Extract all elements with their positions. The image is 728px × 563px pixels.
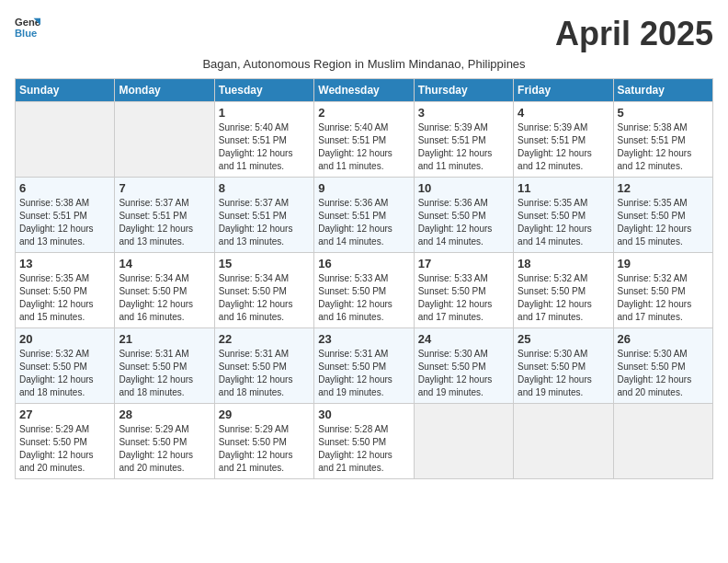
calendar-cell: 2Sunrise: 5:40 AM Sunset: 5:51 PM Daylig… [314, 102, 414, 178]
col-header-sunday: Sunday [16, 79, 115, 102]
calendar-cell: 4Sunrise: 5:39 AM Sunset: 5:51 PM Daylig… [514, 102, 613, 178]
calendar-cell: 27Sunrise: 5:29 AM Sunset: 5:50 PM Dayli… [16, 404, 115, 479]
header: General Blue April 2025 [15, 15, 713, 53]
calendar-cell: 24Sunrise: 5:30 AM Sunset: 5:50 PM Dayli… [414, 328, 513, 404]
col-header-tuesday: Tuesday [214, 79, 313, 102]
day-info: Sunrise: 5:35 AM Sunset: 5:50 PM Dayligh… [618, 197, 709, 248]
day-number: 7 [119, 181, 210, 195]
day-number: 16 [318, 257, 409, 270]
day-number: 30 [318, 408, 409, 421]
day-number: 6 [19, 181, 110, 195]
subtitle: Bagan, Autonomous Region in Muslim Minda… [15, 57, 713, 71]
col-header-thursday: Thursday [414, 79, 513, 102]
day-number: 8 [219, 181, 310, 195]
day-number: 13 [19, 257, 110, 270]
day-info: Sunrise: 5:40 AM Sunset: 5:51 PM Dayligh… [318, 121, 409, 173]
calendar-cell: 25Sunrise: 5:30 AM Sunset: 5:50 PM Dayli… [514, 328, 613, 404]
day-info: Sunrise: 5:36 AM Sunset: 5:51 PM Dayligh… [318, 197, 409, 248]
calendar-cell [16, 102, 115, 178]
day-number: 12 [618, 181, 709, 195]
calendar-cell: 12Sunrise: 5:35 AM Sunset: 5:50 PM Dayli… [613, 178, 712, 253]
day-info: Sunrise: 5:37 AM Sunset: 5:51 PM Dayligh… [119, 197, 210, 248]
day-info: Sunrise: 5:30 AM Sunset: 5:50 PM Dayligh… [418, 348, 509, 399]
calendar-cell: 10Sunrise: 5:36 AM Sunset: 5:50 PM Dayli… [414, 178, 513, 253]
day-number: 23 [318, 332, 409, 346]
col-header-saturday: Saturday [613, 79, 712, 102]
day-number: 14 [119, 257, 210, 270]
calendar-cell: 1Sunrise: 5:40 AM Sunset: 5:51 PM Daylig… [214, 102, 313, 178]
calendar-cell: 21Sunrise: 5:31 AM Sunset: 5:50 PM Dayli… [115, 328, 214, 404]
day-info: Sunrise: 5:29 AM Sunset: 5:50 PM Dayligh… [119, 423, 210, 475]
calendar-cell: 6Sunrise: 5:38 AM Sunset: 5:51 PM Daylig… [16, 178, 115, 253]
day-number: 28 [119, 408, 210, 421]
calendar-cell: 3Sunrise: 5:39 AM Sunset: 5:51 PM Daylig… [414, 102, 513, 178]
day-info: Sunrise: 5:38 AM Sunset: 5:51 PM Dayligh… [19, 197, 110, 248]
day-info: Sunrise: 5:33 AM Sunset: 5:50 PM Dayligh… [318, 272, 409, 324]
day-info: Sunrise: 5:31 AM Sunset: 5:50 PM Dayligh… [318, 348, 409, 399]
logo: General Blue [15, 15, 40, 40]
day-info: Sunrise: 5:34 AM Sunset: 5:50 PM Dayligh… [219, 272, 310, 324]
day-number: 24 [418, 332, 509, 346]
day-number: 1 [219, 106, 310, 120]
day-info: Sunrise: 5:32 AM Sunset: 5:50 PM Dayligh… [19, 348, 110, 399]
calendar-cell: 15Sunrise: 5:34 AM Sunset: 5:50 PM Dayli… [214, 253, 313, 328]
calendar-table: SundayMondayTuesdayWednesdayThursdayFrid… [15, 78, 713, 479]
calendar-cell [514, 404, 613, 479]
day-info: Sunrise: 5:29 AM Sunset: 5:50 PM Dayligh… [219, 423, 310, 475]
calendar-cell: 23Sunrise: 5:31 AM Sunset: 5:50 PM Dayli… [314, 328, 414, 404]
calendar-cell: 28Sunrise: 5:29 AM Sunset: 5:50 PM Dayli… [115, 404, 214, 479]
day-number: 10 [418, 181, 509, 195]
svg-text:Blue: Blue [15, 28, 37, 39]
day-info: Sunrise: 5:29 AM Sunset: 5:50 PM Dayligh… [19, 423, 110, 475]
day-info: Sunrise: 5:39 AM Sunset: 5:51 PM Dayligh… [418, 121, 509, 173]
col-header-wednesday: Wednesday [314, 79, 414, 102]
day-info: Sunrise: 5:30 AM Sunset: 5:50 PM Dayligh… [618, 348, 709, 399]
day-number: 9 [318, 181, 409, 195]
day-number: 2 [318, 106, 409, 120]
day-number: 3 [418, 106, 509, 120]
day-number: 4 [518, 106, 609, 120]
day-info: Sunrise: 5:37 AM Sunset: 5:51 PM Dayligh… [219, 197, 310, 248]
day-info: Sunrise: 5:34 AM Sunset: 5:50 PM Dayligh… [119, 272, 210, 324]
day-number: 21 [119, 332, 210, 346]
day-info: Sunrise: 5:35 AM Sunset: 5:50 PM Dayligh… [19, 272, 110, 324]
calendar-cell: 5Sunrise: 5:38 AM Sunset: 5:51 PM Daylig… [613, 102, 712, 178]
day-number: 22 [219, 332, 310, 346]
day-number: 15 [219, 257, 310, 270]
day-info: Sunrise: 5:39 AM Sunset: 5:51 PM Dayligh… [518, 121, 609, 173]
day-number: 11 [518, 181, 609, 195]
logo-icon: General Blue [15, 15, 40, 40]
day-number: 25 [518, 332, 609, 346]
day-number: 5 [618, 106, 709, 120]
calendar-cell: 19Sunrise: 5:32 AM Sunset: 5:50 PM Dayli… [613, 253, 712, 328]
day-number: 29 [219, 408, 310, 421]
calendar-cell: 14Sunrise: 5:34 AM Sunset: 5:50 PM Dayli… [115, 253, 214, 328]
calendar-cell: 7Sunrise: 5:37 AM Sunset: 5:51 PM Daylig… [115, 178, 214, 253]
day-info: Sunrise: 5:38 AM Sunset: 5:51 PM Dayligh… [618, 121, 709, 173]
day-info: Sunrise: 5:32 AM Sunset: 5:50 PM Dayligh… [618, 272, 709, 324]
calendar-cell: 16Sunrise: 5:33 AM Sunset: 5:50 PM Dayli… [314, 253, 414, 328]
day-info: Sunrise: 5:36 AM Sunset: 5:50 PM Dayligh… [418, 197, 509, 248]
calendar-cell: 22Sunrise: 5:31 AM Sunset: 5:50 PM Dayli… [214, 328, 313, 404]
calendar-cell: 8Sunrise: 5:37 AM Sunset: 5:51 PM Daylig… [214, 178, 313, 253]
day-info: Sunrise: 5:30 AM Sunset: 5:50 PM Dayligh… [518, 348, 609, 399]
calendar-cell: 11Sunrise: 5:35 AM Sunset: 5:50 PM Dayli… [514, 178, 613, 253]
day-info: Sunrise: 5:31 AM Sunset: 5:50 PM Dayligh… [119, 348, 210, 399]
calendar-cell [414, 404, 513, 479]
day-number: 18 [518, 257, 609, 270]
day-number: 17 [418, 257, 509, 270]
calendar-cell: 20Sunrise: 5:32 AM Sunset: 5:50 PM Dayli… [16, 328, 115, 404]
day-info: Sunrise: 5:32 AM Sunset: 5:50 PM Dayligh… [518, 272, 609, 324]
day-number: 20 [19, 332, 110, 346]
calendar-cell: 29Sunrise: 5:29 AM Sunset: 5:50 PM Dayli… [214, 404, 313, 479]
day-info: Sunrise: 5:28 AM Sunset: 5:50 PM Dayligh… [318, 423, 409, 475]
calendar-cell: 18Sunrise: 5:32 AM Sunset: 5:50 PM Dayli… [514, 253, 613, 328]
calendar-cell: 13Sunrise: 5:35 AM Sunset: 5:50 PM Dayli… [16, 253, 115, 328]
day-number: 27 [19, 408, 110, 421]
day-info: Sunrise: 5:31 AM Sunset: 5:50 PM Dayligh… [219, 348, 310, 399]
day-number: 26 [618, 332, 709, 346]
calendar-cell: 17Sunrise: 5:33 AM Sunset: 5:50 PM Dayli… [414, 253, 513, 328]
calendar-cell: 9Sunrise: 5:36 AM Sunset: 5:51 PM Daylig… [314, 178, 414, 253]
col-header-monday: Monday [115, 79, 214, 102]
calendar-cell: 26Sunrise: 5:30 AM Sunset: 5:50 PM Dayli… [613, 328, 712, 404]
